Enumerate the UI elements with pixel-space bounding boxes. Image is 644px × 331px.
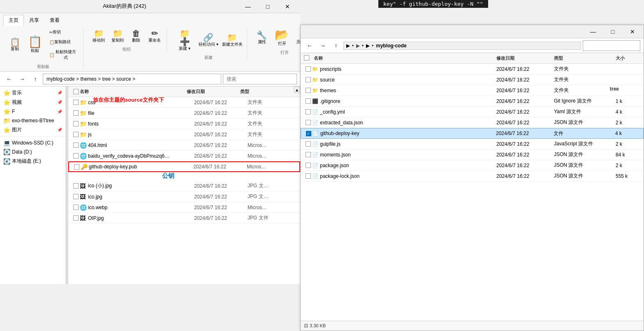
cb-deploykey[interactable]: ✓ [306,131,311,136]
copy-button[interactable]: 📋 复制 [7,36,23,54]
copy-to-button[interactable]: 📁 复制到 [109,28,126,45]
right-header-check[interactable] [304,55,314,62]
right-row-config[interactable]: 📄 _config.yml 2024/6/7 16:22 Yaml 源文件 4 … [301,107,644,117]
cb-css[interactable] [73,100,79,105]
checkbox-ico-webp[interactable] [72,205,80,210]
col-header-type[interactable]: 类型 [240,89,290,95]
right-row-moments[interactable]: 📄 moments.json 2024/6/7 16:22 JSON 源文件 8… [301,149,644,160]
cb-themes[interactable] [306,88,311,93]
col-header-date[interactable]: 修改日期 [187,89,240,95]
right-row-package[interactable]: 📄 package.json 2024/6/7 16:22 JSON 源文件 2… [301,160,644,171]
file-row-ico[interactable]: 🖼 ico.jpg 2024/6/7 16:22 JPG 文… [68,191,300,202]
scroll-up-btn[interactable]: ▲ [294,86,300,93]
back-button[interactable]: ← [3,73,15,85]
select-all-checkbox[interactable] [73,89,79,94]
cb-ico-webp[interactable] [73,205,79,210]
checkbox-css[interactable] [72,100,80,105]
right-select-all[interactable] [304,55,309,61]
checkbox-fonts[interactable] [72,121,80,126]
paste-button[interactable]: 📋 粘贴 [25,35,45,55]
sidebar-item-exo[interactable]: 📁 exo-themes-BTtree [0,116,65,125]
sidebar-item-pictures[interactable]: ⭐ 图片 📌 [0,125,65,135]
close-button[interactable]: ✕ [278,0,297,13]
checkbox-baidu[interactable] [72,153,80,159]
minimize-button[interactable]: — [239,0,257,13]
cut-button[interactable]: ✂ 剪切 [47,28,80,37]
cb-pubkey[interactable] [74,164,79,170]
properties-button[interactable]: 🔧 属性 [254,29,270,47]
address-path[interactable]: myblog-code > themes > tree > source > [43,74,221,84]
cb-prescripts[interactable] [306,66,311,72]
maximize-button[interactable]: □ [258,0,277,13]
cb-404[interactable] [73,142,79,148]
cb-js[interactable] [73,132,79,137]
sidebar-item-video[interactable]: ⭐ 视频 📌 [0,98,65,107]
right-forward-button[interactable]: → [317,40,329,51]
right-row-themes[interactable]: 📁 themes 2024/6/7 16:22 文件夹 tree [301,85,644,96]
cb-ico[interactable] [73,194,79,199]
right-row-extracted[interactable]: 📄 extracted_data.json 2024/6/7 16:22 JSO… [301,117,644,128]
right-row-packagelock[interactable]: 📄 package-lock.json 2024/6/7 16:22 JSON … [301,171,644,182]
right-col-name[interactable]: 名称 [314,55,496,61]
tab-home[interactable]: 主页 [3,15,24,26]
right-close-button[interactable]: ✕ [623,25,642,38]
tab-view[interactable]: 查看 [44,15,65,26]
cb-moments[interactable] [306,152,311,157]
file-row-oip[interactable]: 🖼 OIP.jpg 2024/6/7 16:22 JPG 文件 [68,213,300,224]
checkbox-ico[interactable] [72,194,80,199]
sidebar-item-e[interactable]: 💽 本地磁盘 (E:) [0,156,65,166]
cb-gulp[interactable] [306,141,311,147]
checkbox-pubkey[interactable] [72,164,81,170]
new-button[interactable]: 📁➕ 新建 ▾ [174,28,196,53]
file-row-baidu[interactable]: 🌐 baidu_verify_codeva-ayDbPmuzq6… 2024/6… [68,151,300,161]
cb-fonts[interactable] [73,121,79,126]
file-row-css[interactable]: 📁 css 2024/6/7 16:22 文件夹 放在你主题的source文件夹… [68,97,300,108]
cb-package[interactable] [306,163,311,168]
right-row-gitignore[interactable]: ⬛ .gitignore 2024/6/7 16:22 Git Ignore 源… [301,96,644,107]
checkbox-oip[interactable] [72,215,80,221]
forward-button[interactable]: → [16,73,28,85]
cb-packagelock[interactable] [306,173,311,179]
file-row-fonts[interactable]: 📁 fonts 2024/6/7 16:22 文件夹 [68,119,300,129]
right-row-prescripts[interactable]: 📁 prescripts 2024/6/7 16:22 文件夹 [301,64,644,75]
right-col-type[interactable]: 类型 [554,55,616,61]
sidebar-item-c[interactable]: 💻 Windows-SSD (C:) [0,138,65,147]
search-input[interactable] [223,74,297,84]
sidebar-item-d[interactable]: 💽 Data (D:) [0,147,65,156]
cb-oip[interactable] [73,215,79,221]
right-col-size[interactable]: 大小 [616,55,640,61]
right-minimize-button[interactable]: — [584,25,602,38]
cb-baidu[interactable] [73,153,79,159]
header-checkbox[interactable] [72,89,80,94]
new-folder-button[interactable]: 📁 新建文件夹 [221,32,243,49]
right-breadcrumb[interactable]: ▶ ‣ ▶ ‣ ▶ ‣ myblog-code [343,42,581,50]
copy-path-button[interactable]: 📋 复制路径 [47,37,80,47]
up-button[interactable]: ↑ [30,73,41,85]
paste-shortcut-button[interactable]: 📋 粘贴快捷方式 [47,47,80,62]
right-row-deploykey[interactable]: ✓ 📄 github-deploy-key 2024/6/7 16:22 文件 … [301,128,644,139]
right-up-button[interactable]: ↑ [330,40,342,51]
right-maximize-button[interactable]: □ [603,25,622,38]
file-row-pubkey[interactable]: 🔑 github-deploy-key.pub 2024/6/7 16:22 M… [68,161,300,172]
open-button[interactable]: 📂 打开 [272,28,292,48]
sidebar-item-music[interactable]: ⭐ 音乐 📌 [0,88,65,98]
checkbox-file[interactable] [72,110,80,116]
col-header-name[interactable]: 名称 [80,89,187,95]
rename-button[interactable]: ✏ 重命名 [146,28,163,45]
checkbox-404[interactable] [72,142,80,148]
file-row-js[interactable]: 📁 js 2024/6/7 16:22 文件夹 [68,129,300,140]
cb-config[interactable] [306,109,311,114]
file-row-ico-webp[interactable]: 🌐 ico.webp 2024/6/7 16:22 Micros… [68,202,300,213]
tab-share[interactable]: 共享 [24,15,44,26]
cb-ico-small[interactable] [73,183,79,189]
file-row-file[interactable]: 📁 file 2024/6/7 16:22 文件夹 [68,108,300,119]
cb-file[interactable] [73,110,79,116]
cb-gitignore[interactable] [306,98,311,104]
checkbox-js[interactable] [72,132,80,137]
cb-source[interactable] [306,77,311,82]
move-to-button[interactable]: 📁 移动到 [90,28,107,45]
checkbox-ico-small[interactable] [72,183,80,189]
easy-access-button[interactable]: 🔗 轻松访问 ▾ [198,32,220,49]
right-row-source[interactable]: 📁 source 2024/6/7 16:22 文件夹 [301,75,644,85]
right-col-date[interactable]: 修改日期 [496,55,554,61]
